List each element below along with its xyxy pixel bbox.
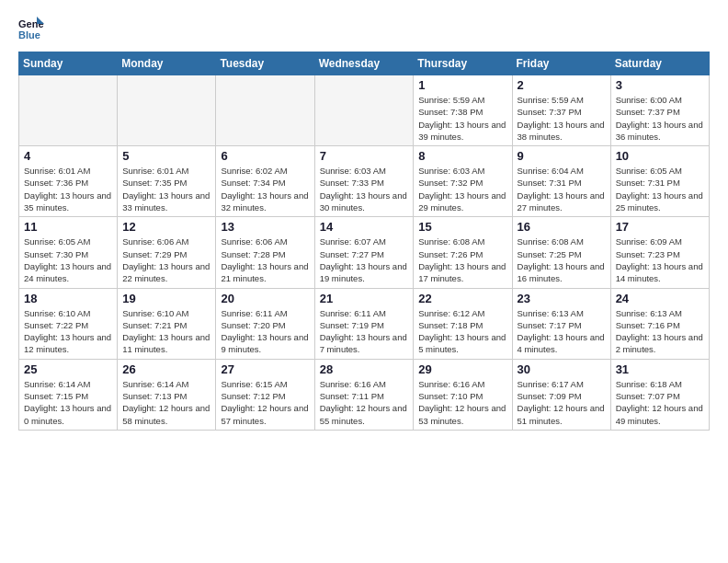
calendar-cell: 10Sunrise: 6:05 AMSunset: 7:31 PMDayligh… xyxy=(610,146,709,217)
logo-icon: General Blue xyxy=(18,15,44,40)
calendar-cell: 17Sunrise: 6:09 AMSunset: 7:23 PMDayligh… xyxy=(610,217,709,288)
day-number: 15 xyxy=(418,220,506,234)
calendar-cell: 28Sunrise: 6:16 AMSunset: 7:11 PMDayligh… xyxy=(314,359,414,430)
calendar-cell: 15Sunrise: 6:08 AMSunset: 7:26 PMDayligh… xyxy=(414,217,512,288)
day-number: 24 xyxy=(616,292,704,305)
day-number: 19 xyxy=(122,292,210,305)
day-header-tuesday: Tuesday xyxy=(216,52,314,75)
day-number: 12 xyxy=(122,220,210,234)
day-info: Sunrise: 6:11 AMSunset: 7:20 PMDaylight:… xyxy=(221,307,309,356)
day-number: 30 xyxy=(518,362,606,376)
day-header-monday: Monday xyxy=(118,52,216,75)
day-number: 7 xyxy=(320,149,409,163)
calendar-cell: 6Sunrise: 6:02 AMSunset: 7:34 PMDaylight… xyxy=(216,146,314,217)
week-row-3: 11Sunrise: 6:05 AMSunset: 7:30 PMDayligh… xyxy=(19,217,710,288)
day-number: 27 xyxy=(221,362,309,376)
day-info: Sunrise: 6:11 AMSunset: 7:19 PMDaylight:… xyxy=(320,307,409,356)
day-number: 28 xyxy=(320,362,409,376)
calendar-cell xyxy=(216,75,314,146)
day-header-sunday: Sunday xyxy=(19,52,118,75)
week-row-1: 1Sunrise: 5:59 AMSunset: 7:38 PMDaylight… xyxy=(19,75,710,146)
calendar-cell: 20Sunrise: 6:11 AMSunset: 7:20 PMDayligh… xyxy=(216,288,314,359)
calendar-cell: 2Sunrise: 5:59 AMSunset: 7:37 PMDaylight… xyxy=(512,75,610,146)
calendar-cell: 29Sunrise: 6:16 AMSunset: 7:10 PMDayligh… xyxy=(414,359,512,430)
day-info: Sunrise: 6:00 AMSunset: 7:37 PMDaylight:… xyxy=(616,94,704,143)
calendar-cell: 27Sunrise: 6:15 AMSunset: 7:12 PMDayligh… xyxy=(216,359,314,430)
day-info: Sunrise: 6:10 AMSunset: 7:21 PMDaylight:… xyxy=(122,307,210,356)
day-info: Sunrise: 6:14 AMSunset: 7:15 PMDaylight:… xyxy=(24,378,112,427)
day-info: Sunrise: 5:59 AMSunset: 7:38 PMDaylight:… xyxy=(418,94,506,143)
day-info: Sunrise: 6:06 AMSunset: 7:28 PMDaylight:… xyxy=(221,236,309,284)
day-header-friday: Friday xyxy=(512,52,610,75)
day-number: 23 xyxy=(518,292,606,305)
day-number: 10 xyxy=(616,149,704,163)
calendar-cell xyxy=(19,75,118,146)
day-info: Sunrise: 6:04 AMSunset: 7:31 PMDaylight:… xyxy=(518,165,606,213)
day-info: Sunrise: 6:01 AMSunset: 7:36 PMDaylight:… xyxy=(24,165,112,213)
day-number: 11 xyxy=(24,220,112,234)
calendar-cell: 13Sunrise: 6:06 AMSunset: 7:28 PMDayligh… xyxy=(216,217,314,288)
day-header-thursday: Thursday xyxy=(414,52,512,75)
day-info: Sunrise: 6:15 AMSunset: 7:12 PMDaylight:… xyxy=(221,378,309,427)
day-info: Sunrise: 6:07 AMSunset: 7:27 PMDaylight:… xyxy=(320,236,409,284)
day-number: 20 xyxy=(221,292,309,305)
day-info: Sunrise: 6:03 AMSunset: 7:32 PMDaylight:… xyxy=(418,165,506,213)
calendar-header-row: SundayMondayTuesdayWednesdayThursdayFrid… xyxy=(19,52,710,75)
day-header-saturday: Saturday xyxy=(610,52,709,75)
day-info: Sunrise: 6:01 AMSunset: 7:35 PMDaylight:… xyxy=(122,165,210,213)
calendar-cell: 30Sunrise: 6:17 AMSunset: 7:09 PMDayligh… xyxy=(512,359,610,430)
day-number: 26 xyxy=(122,362,210,376)
calendar-cell: 18Sunrise: 6:10 AMSunset: 7:22 PMDayligh… xyxy=(19,288,118,359)
calendar-cell: 21Sunrise: 6:11 AMSunset: 7:19 PMDayligh… xyxy=(314,288,414,359)
day-number: 1 xyxy=(418,78,506,92)
calendar-cell: 25Sunrise: 6:14 AMSunset: 7:15 PMDayligh… xyxy=(19,359,118,430)
svg-text:Blue: Blue xyxy=(18,29,40,40)
day-info: Sunrise: 6:17 AMSunset: 7:09 PMDaylight:… xyxy=(518,378,606,427)
day-number: 18 xyxy=(24,292,112,305)
calendar-cell: 19Sunrise: 6:10 AMSunset: 7:21 PMDayligh… xyxy=(118,288,216,359)
day-number: 14 xyxy=(320,220,409,234)
day-number: 6 xyxy=(221,149,309,163)
calendar-cell: 23Sunrise: 6:13 AMSunset: 7:17 PMDayligh… xyxy=(512,288,610,359)
calendar-cell: 31Sunrise: 6:18 AMSunset: 7:07 PMDayligh… xyxy=(610,359,709,430)
day-info: Sunrise: 6:14 AMSunset: 7:13 PMDaylight:… xyxy=(122,378,210,427)
day-number: 2 xyxy=(518,78,606,92)
calendar-cell: 11Sunrise: 6:05 AMSunset: 7:30 PMDayligh… xyxy=(19,217,118,288)
day-info: Sunrise: 6:08 AMSunset: 7:25 PMDaylight:… xyxy=(518,236,606,284)
day-number: 31 xyxy=(616,362,704,376)
day-number: 5 xyxy=(122,149,210,163)
calendar-cell: 14Sunrise: 6:07 AMSunset: 7:27 PMDayligh… xyxy=(314,217,414,288)
day-number: 8 xyxy=(418,149,506,163)
day-info: Sunrise: 6:02 AMSunset: 7:34 PMDaylight:… xyxy=(221,165,309,213)
day-number: 3 xyxy=(616,78,704,92)
calendar-cell: 5Sunrise: 6:01 AMSunset: 7:35 PMDaylight… xyxy=(118,146,216,217)
day-info: Sunrise: 6:18 AMSunset: 7:07 PMDaylight:… xyxy=(616,378,704,427)
calendar-cell: 1Sunrise: 5:59 AMSunset: 7:38 PMDaylight… xyxy=(414,75,512,146)
calendar-cell: 22Sunrise: 6:12 AMSunset: 7:18 PMDayligh… xyxy=(414,288,512,359)
day-number: 22 xyxy=(418,292,506,305)
calendar-cell: 12Sunrise: 6:06 AMSunset: 7:29 PMDayligh… xyxy=(118,217,216,288)
day-info: Sunrise: 6:16 AMSunset: 7:11 PMDaylight:… xyxy=(320,378,409,427)
day-info: Sunrise: 6:13 AMSunset: 7:17 PMDaylight:… xyxy=(518,307,606,356)
page-header: General Blue xyxy=(18,15,710,40)
day-info: Sunrise: 6:10 AMSunset: 7:22 PMDaylight:… xyxy=(24,307,112,356)
calendar-cell xyxy=(118,75,216,146)
day-info: Sunrise: 5:59 AMSunset: 7:37 PMDaylight:… xyxy=(518,94,606,143)
calendar-cell: 16Sunrise: 6:08 AMSunset: 7:25 PMDayligh… xyxy=(512,217,610,288)
day-number: 4 xyxy=(24,149,112,163)
day-info: Sunrise: 6:16 AMSunset: 7:10 PMDaylight:… xyxy=(418,378,506,427)
week-row-2: 4Sunrise: 6:01 AMSunset: 7:36 PMDaylight… xyxy=(19,146,710,217)
calendar-cell: 7Sunrise: 6:03 AMSunset: 7:33 PMDaylight… xyxy=(314,146,414,217)
day-info: Sunrise: 6:05 AMSunset: 7:30 PMDaylight:… xyxy=(24,236,112,284)
calendar-cell: 26Sunrise: 6:14 AMSunset: 7:13 PMDayligh… xyxy=(118,359,216,430)
day-number: 9 xyxy=(518,149,606,163)
day-info: Sunrise: 6:05 AMSunset: 7:31 PMDaylight:… xyxy=(616,165,704,213)
day-info: Sunrise: 6:08 AMSunset: 7:26 PMDaylight:… xyxy=(418,236,506,284)
day-info: Sunrise: 6:12 AMSunset: 7:18 PMDaylight:… xyxy=(418,307,506,356)
day-info: Sunrise: 6:03 AMSunset: 7:33 PMDaylight:… xyxy=(320,165,409,213)
day-header-wednesday: Wednesday xyxy=(314,52,414,75)
day-info: Sunrise: 6:13 AMSunset: 7:16 PMDaylight:… xyxy=(616,307,704,356)
calendar-cell: 8Sunrise: 6:03 AMSunset: 7:32 PMDaylight… xyxy=(414,146,512,217)
calendar-cell: 4Sunrise: 6:01 AMSunset: 7:36 PMDaylight… xyxy=(19,146,118,217)
calendar-cell: 9Sunrise: 6:04 AMSunset: 7:31 PMDaylight… xyxy=(512,146,610,217)
